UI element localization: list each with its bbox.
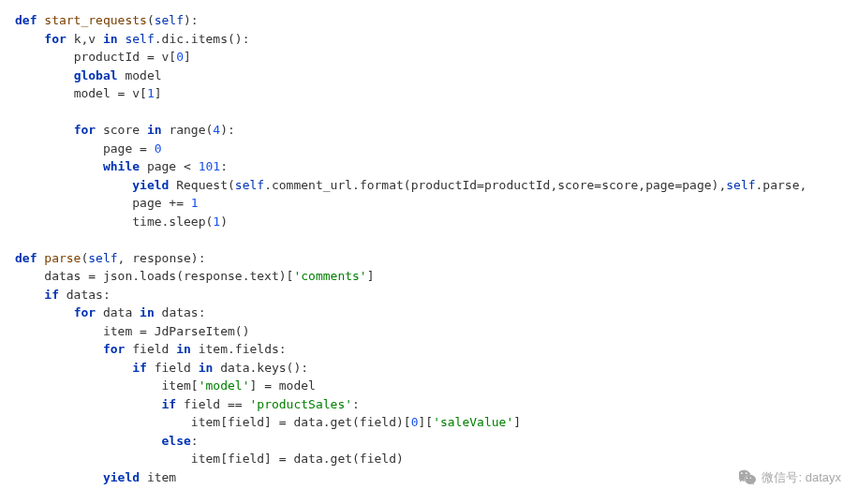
code-line: for score in range(4): — [15, 123, 235, 137]
watermark: 微信号: datayx — [739, 468, 841, 487]
wechat-icon — [739, 468, 756, 485]
code-line: def parse(self, response): — [15, 251, 206, 265]
code-line: if field in data.keys(): — [15, 361, 308, 375]
code-line: productId = v[0] — [15, 50, 191, 64]
code-line: item[field] = data.get(field) — [15, 452, 404, 466]
code-line: item = JdParseItem() — [15, 324, 249, 338]
code-line: def start_requests(self): — [15, 13, 199, 27]
code-line: page = 0 — [15, 141, 162, 156]
code-line: model = v[1] — [15, 86, 162, 100]
code-line: for data in datas: — [15, 305, 206, 319]
code-line: item[field] = data.get(field)[0]['saleVa… — [15, 415, 521, 429]
code-line: for field in item.fields: — [15, 342, 287, 356]
code-line: while page < 101: — [15, 159, 228, 173]
code-line: global model — [15, 68, 162, 82]
watermark-label: 微信号: datayx — [762, 468, 841, 487]
code-block: def start_requests(self): for k,v in sel… — [15, 11, 843, 486]
code-line: if field == 'productSales': — [15, 397, 360, 411]
code-line: page += 1 — [15, 196, 199, 210]
code-line: item['model'] = model — [15, 378, 316, 393]
code-line: yield Request(self.comment_url.format(pr… — [15, 178, 806, 192]
code-line: time.sleep(1) — [15, 215, 228, 229]
code-line: yield item — [15, 470, 176, 484]
code-line: else: — [15, 434, 199, 448]
code-line: datas = json.loads(response.text)['comme… — [15, 269, 375, 283]
code-line: if datas: — [15, 288, 111, 302]
code-line: for k,v in self.dic.items(): — [15, 32, 249, 46]
